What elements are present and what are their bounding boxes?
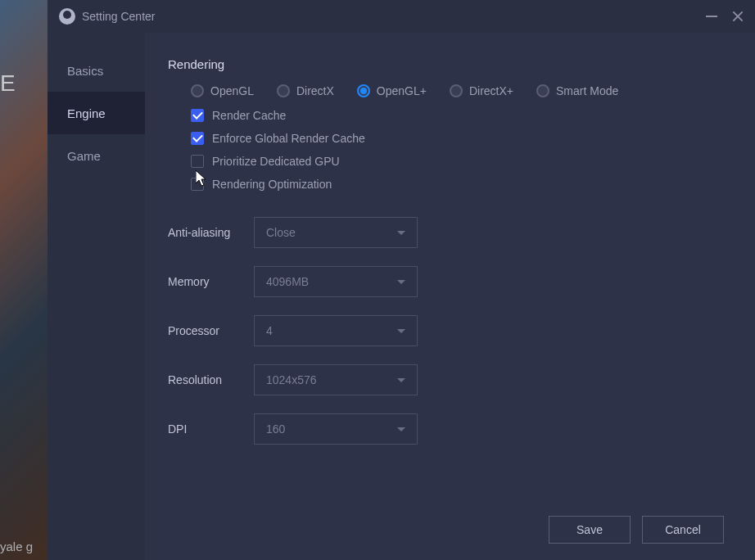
background-text-bottom: yale g xyxy=(0,540,33,553)
antialiasing-label: Anti-aliasing xyxy=(168,226,254,239)
button-label: Cancel xyxy=(665,523,701,536)
minimize-button[interactable] xyxy=(706,16,717,17)
radio-circle-icon xyxy=(191,84,204,97)
checkbox-enforce-global-cache[interactable]: Enforce Global Render Cache xyxy=(191,132,724,145)
checkbox-render-cache[interactable]: Render Cache xyxy=(191,109,724,122)
radio-opengl[interactable]: OpenGL xyxy=(191,84,254,97)
processor-dropdown[interactable]: 4 xyxy=(254,315,418,346)
checkbox-rendering-optimization[interactable]: Rendering Optimization xyxy=(191,178,724,191)
processor-label: Processor xyxy=(168,324,254,337)
titlebar: Setting Center xyxy=(47,0,755,33)
radio-circle-icon xyxy=(450,84,463,97)
sidebar-item-game[interactable]: Game xyxy=(47,134,145,177)
dropdown-value: 1024x576 xyxy=(266,373,317,386)
processor-row: Processor 4 xyxy=(168,315,724,346)
memory-row: Memory 4096MB xyxy=(168,266,724,297)
checkbox-prioritize-gpu[interactable]: Prioritize Dedicated GPU xyxy=(191,155,724,168)
dropdown-value: 4096MB xyxy=(266,275,309,288)
background-text-fragment: E xyxy=(0,70,17,97)
radio-label: OpenGL+ xyxy=(377,84,427,97)
dropdown-value: Close xyxy=(266,226,296,239)
checkbox-box-icon xyxy=(191,109,204,122)
settings-window: Setting Center Basics Engine Game Render… xyxy=(47,0,755,560)
checkbox-label: Rendering Optimization xyxy=(212,178,332,191)
save-button[interactable]: Save xyxy=(549,516,631,544)
sidebar-item-basics[interactable]: Basics xyxy=(47,49,145,92)
sidebar-item-label: Game xyxy=(67,149,101,163)
sidebar-item-label: Engine xyxy=(67,106,106,120)
resolution-label: Resolution xyxy=(168,373,254,386)
radio-smartmode[interactable]: Smart Mode xyxy=(536,84,618,97)
checkbox-label: Enforce Global Render Cache xyxy=(212,132,365,145)
button-label: Save xyxy=(576,523,603,536)
radio-label: DirectX xyxy=(296,84,334,97)
antialiasing-dropdown[interactable]: Close xyxy=(254,217,418,248)
radio-label: DirectX+ xyxy=(469,84,513,97)
radio-label: Smart Mode xyxy=(556,84,618,97)
memory-label: Memory xyxy=(168,275,254,288)
resolution-row: Resolution 1024x576 xyxy=(168,364,724,395)
dropdown-value: 4 xyxy=(266,324,273,337)
checkbox-box-icon xyxy=(191,155,204,168)
sidebar-item-label: Basics xyxy=(67,64,103,78)
resolution-dropdown[interactable]: 1024x576 xyxy=(254,364,418,395)
radio-openglplus[interactable]: OpenGL+ xyxy=(357,84,427,97)
radio-circle-icon xyxy=(357,84,370,97)
chevron-down-icon xyxy=(397,280,405,284)
chevron-down-icon xyxy=(397,378,405,382)
checkbox-label: Prioritize Dedicated GPU xyxy=(212,155,340,168)
chevron-down-icon xyxy=(397,231,405,235)
rendering-radio-group: OpenGL DirectX OpenGL+ DirectX+ Smart Mo… xyxy=(191,84,724,97)
cancel-button[interactable]: Cancel xyxy=(642,516,724,544)
chevron-down-icon xyxy=(397,329,405,333)
rendering-section-title: Rendering xyxy=(168,57,724,71)
window-title: Setting Center xyxy=(82,10,706,23)
background-game-image: E yale g xyxy=(0,0,47,560)
radio-circle-icon xyxy=(536,84,549,97)
app-logo-icon xyxy=(59,8,75,25)
dpi-label: DPI xyxy=(168,422,254,436)
sidebar: Basics Engine Game xyxy=(47,33,145,560)
checkbox-box-icon xyxy=(191,178,204,191)
footer-buttons: Save Cancel xyxy=(549,516,724,544)
sidebar-item-engine[interactable]: Engine xyxy=(47,92,145,134)
window-controls xyxy=(706,11,744,22)
chevron-down-icon xyxy=(397,427,405,431)
radio-circle-icon xyxy=(277,84,290,97)
checkbox-box-icon xyxy=(191,132,204,145)
antialiasing-row: Anti-aliasing Close xyxy=(168,217,724,248)
radio-label: OpenGL xyxy=(210,84,254,97)
memory-dropdown[interactable]: 4096MB xyxy=(254,266,418,297)
window-body: Basics Engine Game Rendering OpenGL Dire… xyxy=(47,33,755,560)
radio-directx[interactable]: DirectX xyxy=(277,84,334,97)
content-area: Rendering OpenGL DirectX OpenGL+ DirectX… xyxy=(145,33,755,560)
dropdown-value: 160 xyxy=(266,422,285,436)
checkbox-label: Render Cache xyxy=(212,109,286,122)
dpi-row: DPI 160 xyxy=(168,413,724,445)
radio-directxplus[interactable]: DirectX+ xyxy=(450,84,513,97)
rendering-checkbox-group: Render Cache Enforce Global Render Cache… xyxy=(191,109,724,201)
dpi-dropdown[interactable]: 160 xyxy=(254,413,418,445)
close-button[interactable] xyxy=(732,11,744,22)
